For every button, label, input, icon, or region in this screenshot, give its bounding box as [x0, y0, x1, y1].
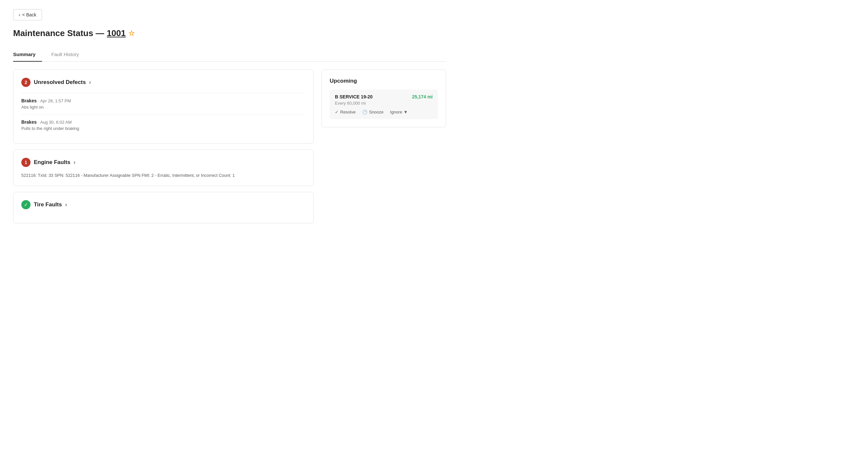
unresolved-defects-title: Unresolved Defects	[34, 79, 86, 86]
content-grid: 2 Unresolved Defects › Brakes · Apr 28, …	[13, 69, 446, 229]
ignore-chevron-icon: ▼	[403, 110, 408, 115]
engine-fault-description: 522116: TxId: 33 SPN: 522116 - Manufactu…	[21, 173, 305, 178]
page-title: Maintenance Status — 1001 ☆	[13, 28, 446, 38]
unresolved-defects-card: 2 Unresolved Defects › Brakes · Apr 28, …	[13, 69, 314, 144]
back-label: < Back	[22, 12, 36, 18]
upcoming-section-title: Upcoming	[330, 78, 438, 84]
upcoming-card: Upcoming B SERVICE 19-20 25,174 mi Every…	[321, 69, 446, 127]
title-prefix: Maintenance Status —	[13, 28, 104, 38]
service-mileage: 25,174 mi	[412, 94, 433, 99]
ignore-button[interactable]: Ignore ▼	[390, 110, 408, 115]
unresolved-defects-badge: 2	[21, 78, 31, 87]
defect-category-label-2: Brakes · Aug 30, 6:02 AM	[21, 119, 305, 125]
defect-category-label: Brakes · Apr 28, 1:57 PM	[21, 98, 305, 103]
favorite-star-icon[interactable]: ☆	[128, 29, 135, 38]
service-actions: ✓ Resolve 🕐 Snooze Ignore ▼	[335, 110, 433, 115]
service-name: B SERVICE 19-20	[335, 94, 373, 99]
tire-faults-check-icon: ✓	[21, 200, 31, 209]
defect-description-2: Pulls to the right under braking	[21, 126, 305, 131]
unresolved-defects-chevron-icon: ›	[89, 80, 91, 85]
tire-faults-chevron-icon: ›	[65, 202, 67, 208]
tire-faults-card: ✓ Tire Faults ›	[13, 192, 314, 223]
service-item: B SERVICE 19-20 25,174 mi Every 60,000 m…	[330, 90, 438, 119]
defect-description-1: Abs light on	[21, 104, 305, 110]
back-arrow-icon: ‹	[19, 12, 20, 18]
back-button[interactable]: ‹ < Back	[13, 9, 42, 20]
tire-faults-header[interactable]: ✓ Tire Faults ›	[21, 200, 305, 209]
resolve-button[interactable]: ✓ Resolve	[335, 110, 355, 115]
snooze-icon: 🕐	[362, 110, 367, 115]
engine-faults-badge: 1	[21, 158, 31, 167]
ignore-label: Ignore	[390, 110, 402, 115]
engine-faults-header[interactable]: 1 Engine Faults ›	[21, 158, 305, 167]
tab-summary[interactable]: Summary	[13, 48, 42, 62]
engine-faults-card: 1 Engine Faults › 522116: TxId: 33 SPN: …	[13, 150, 314, 186]
defect-item-2: Brakes · Aug 30, 6:02 AM Pulls to the ri…	[21, 114, 305, 135]
snooze-button[interactable]: 🕐 Snooze	[362, 110, 383, 115]
unresolved-defects-header[interactable]: 2 Unresolved Defects ›	[21, 78, 305, 87]
right-panel: Upcoming B SERVICE 19-20 25,174 mi Every…	[321, 69, 446, 229]
title-id[interactable]: 1001	[106, 28, 126, 38]
service-header-row: B SERVICE 19-20 25,174 mi	[335, 94, 433, 99]
engine-faults-chevron-icon: ›	[73, 159, 75, 165]
left-column: 2 Unresolved Defects › Brakes · Apr 28, …	[13, 69, 314, 229]
tabs: Summary Fault History	[13, 48, 446, 62]
tire-faults-title: Tire Faults	[34, 202, 62, 208]
snooze-label: Snooze	[369, 110, 383, 115]
defect-item-1: Brakes · Apr 28, 1:57 PM Abs light on	[21, 93, 305, 114]
service-interval: Every 60,000 mi	[335, 101, 433, 105]
resolve-label: Resolve	[340, 110, 355, 115]
resolve-icon: ✓	[335, 110, 339, 115]
tab-fault-history[interactable]: Fault History	[51, 48, 85, 62]
engine-faults-title: Engine Faults	[34, 159, 70, 165]
